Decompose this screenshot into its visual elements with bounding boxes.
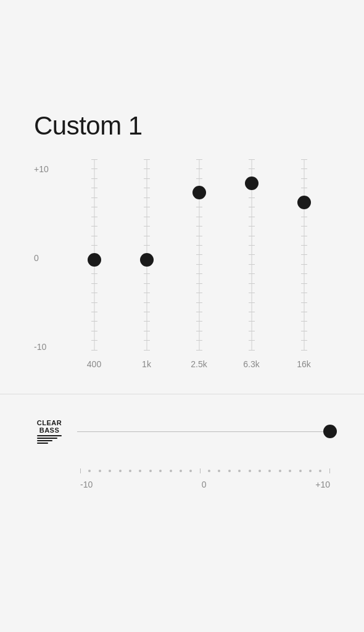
eq-container: +10 0 -10 4001k2.5k6.3k16k: [34, 159, 330, 369]
eq-section: +10 0 -10 4001k2.5k6.3k16k: [0, 159, 364, 394]
bass-dot: [228, 470, 231, 472]
x-axis: 4001k2.5k6.3k16k: [68, 359, 330, 369]
bass-dot: [129, 470, 131, 472]
bass-section: CLEAR BASS: [0, 407, 364, 468]
bass-label: BASS: [39, 426, 60, 434]
eq-handle-400[interactable]: [88, 253, 101, 267]
preset-title: Custom 1: [34, 111, 330, 141]
bass-dot: [139, 470, 141, 472]
bass-scale-labels: -10 0 +10: [80, 477, 330, 489]
bass-dot: [149, 470, 152, 472]
page: Custom 1 +10 0 -10 4001k2.5k6.3k16k CLEA…: [0, 0, 364, 632]
y-label-mid: 0: [34, 253, 39, 263]
y-label-bot: -10: [34, 342, 46, 352]
bass-dot: [119, 470, 122, 472]
x-label-1k: 1k: [120, 359, 173, 369]
eq-handle-6.3k[interactable]: [245, 177, 259, 190]
bass-line-2: [37, 438, 57, 439]
bass-dot: [159, 470, 162, 472]
bass-scale-area: -10 0 +10: [0, 468, 364, 489]
bass-dot: [99, 470, 101, 472]
divider: [0, 394, 364, 394]
bass-dot: [200, 468, 201, 473]
eq-band-6.3k[interactable]: [225, 159, 278, 351]
eq-grid: [68, 159, 330, 351]
eq-handle-16k[interactable]: [297, 196, 311, 209]
eq-band-400[interactable]: [68, 159, 120, 351]
title-section: Custom 1: [0, 0, 364, 159]
bass-dot: [88, 470, 91, 472]
bass-scale-zero: 0: [202, 480, 207, 489]
bass-line-1: [37, 435, 62, 436]
bass-dot: [180, 470, 182, 472]
bass-dots-row: [80, 468, 330, 477]
bass-dot: [279, 470, 281, 472]
bass-slider-container[interactable]: [77, 422, 330, 441]
bass-line-3: [37, 440, 52, 441]
bass-dot: [268, 470, 271, 472]
bass-line-4: [37, 443, 48, 444]
bass-dot: [170, 470, 172, 472]
bass-dot: [309, 470, 312, 472]
bass-dot: [189, 470, 192, 472]
bass-dot: [80, 468, 81, 473]
eq-handle-2.5k[interactable]: [192, 186, 206, 199]
eq-band-1k[interactable]: [120, 159, 173, 351]
eq-band-2.5k[interactable]: [173, 159, 225, 351]
eq-handle-1k[interactable]: [140, 253, 154, 267]
bass-dot: [208, 470, 210, 472]
clear-bass-label: CLEAR BASS: [34, 419, 65, 444]
eq-band-16k[interactable]: [278, 159, 330, 351]
bass-lines: [37, 435, 62, 444]
bass-scale-max: +10: [315, 480, 330, 489]
x-label-16k: 16k: [278, 359, 330, 369]
bass-dot: [319, 470, 321, 472]
x-label-2.5k: 2.5k: [173, 359, 225, 369]
x-label-400: 400: [68, 359, 120, 369]
bass-slider-track: [77, 431, 330, 432]
clear-label: CLEAR: [37, 419, 62, 426]
bass-dot: [109, 470, 111, 472]
bass-slider-handle[interactable]: [323, 425, 337, 438]
bass-dot: [249, 470, 251, 472]
bass-dot: [329, 468, 330, 473]
bass-dot: [289, 470, 291, 472]
bass-dot: [218, 470, 220, 472]
bass-dot: [299, 470, 302, 472]
bass-dot: [238, 470, 241, 472]
x-label-6.3k: 6.3k: [225, 359, 278, 369]
y-label-top: +10: [34, 164, 49, 174]
eq-track-16k: [304, 159, 304, 351]
bass-scale-min: -10: [80, 480, 93, 489]
bass-dot: [259, 470, 261, 472]
